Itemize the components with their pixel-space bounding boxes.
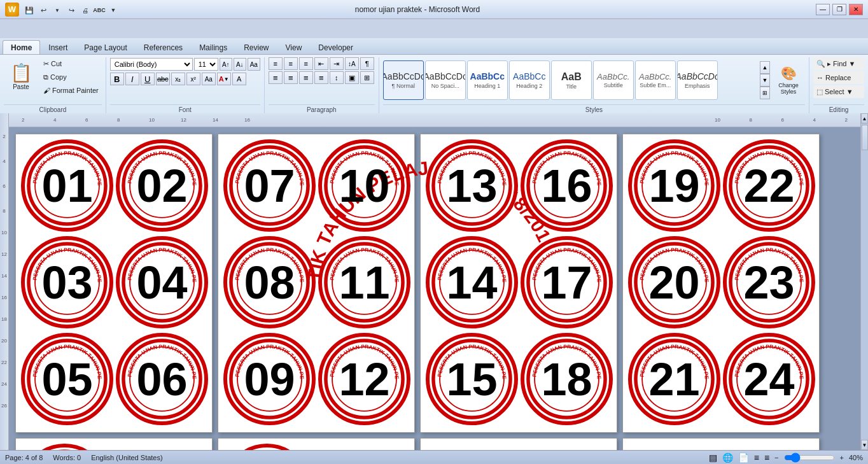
- undo-button[interactable]: ↩: [37, 4, 50, 16]
- bold-button[interactable]: B: [110, 73, 124, 85]
- increase-font-button[interactable]: A↑: [220, 58, 232, 71]
- format-painter-button[interactable]: 🖌Format Painter: [40, 84, 102, 97]
- style-title-preview: AaB: [561, 71, 582, 83]
- tab-developer[interactable]: Developer: [310, 40, 361, 54]
- office-logo[interactable]: W: [5, 3, 19, 17]
- minimize-button[interactable]: —: [816, 4, 830, 15]
- increase-indent-button[interactable]: ⇥: [330, 57, 344, 70]
- stamp-13: PESERTA UJIAN PRAKTIK TAHUN PELAJARAN 20…: [426, 139, 518, 232]
- align-center-button[interactable]: ≡: [284, 71, 298, 84]
- style-subtle-em[interactable]: AaBbCc. Subtle Em...: [635, 60, 676, 100]
- align-right-button[interactable]: ≡: [299, 71, 313, 84]
- title-bar: W 💾 ↩ ▼ ↪ 🖨 ABC ▼ nomor ujian praktek - …: [0, 0, 868, 19]
- styles-scroll-up[interactable]: ▲: [760, 61, 770, 74]
- scroll-down-button[interactable]: ▼: [861, 440, 868, 450]
- align-left-button[interactable]: ≡: [269, 71, 283, 84]
- undo-dropdown[interactable]: ▼: [51, 4, 64, 16]
- scroll-track[interactable]: [861, 123, 868, 440]
- zoom-slider[interactable]: [784, 454, 835, 461]
- stamp-15-number: 15: [446, 356, 497, 402]
- language-indicator: English (United States): [91, 454, 163, 461]
- tab-home[interactable]: Home: [3, 40, 40, 54]
- underline-button[interactable]: U: [141, 73, 155, 85]
- bullets-button[interactable]: ≡: [269, 57, 283, 70]
- stamp-23: PESERTA UJIAN PRAKTIK TAHUN PELAJARAN 20…: [723, 236, 815, 328]
- styles-scroll: ▲ ▼ ⊞: [760, 61, 770, 99]
- paste-button[interactable]: 📋 Paste: [4, 57, 38, 97]
- find-button[interactable]: 🔍 ▸ Find ▼: [813, 57, 864, 70]
- show-para-button[interactable]: ¶: [360, 57, 374, 70]
- font-family-select[interactable]: Calibri (Body): [110, 58, 193, 71]
- styles-gallery: AaBbCcDc ¶ Normal AaBbCcDc No Spaci... A…: [383, 60, 758, 100]
- layout-draft-button[interactable]: ≡: [764, 453, 769, 463]
- tab-review[interactable]: Review: [235, 40, 277, 54]
- title-bar-left: W: [5, 3, 19, 17]
- save-button[interactable]: 💾: [23, 4, 36, 16]
- font-family-row: Calibri (Body) 11 A↑ A↓ Aa: [110, 57, 260, 71]
- replace-button[interactable]: ↔ Replace: [813, 71, 864, 84]
- tab-page-layout[interactable]: Page Layout: [76, 40, 135, 54]
- style-emphasis[interactable]: AaBbCcDc Emphasis: [677, 60, 718, 100]
- close-button[interactable]: ✕: [849, 4, 863, 15]
- font-group: Calibri (Body) 11 A↑ A↓ Aa B I U abc x₂ …: [106, 57, 265, 113]
- ribbon-tabs: Home Insert Page Layout References Maili…: [0, 38, 868, 55]
- tab-view[interactable]: View: [277, 40, 311, 54]
- layout-web-button[interactable]: 🌐: [722, 453, 733, 463]
- style-normal[interactable]: AaBbCcDc ¶ Normal: [383, 60, 424, 100]
- tab-references[interactable]: References: [136, 40, 191, 54]
- strikethrough-button[interactable]: abc: [156, 73, 170, 85]
- style-no-spacing[interactable]: AaBbCcDc No Spaci...: [425, 60, 466, 100]
- style-heading2[interactable]: AaBbCc Heading 2: [509, 60, 550, 100]
- spellcheck-button[interactable]: ABC: [93, 4, 106, 16]
- select-button[interactable]: ⬚ Select ▼: [813, 85, 864, 98]
- style-subtitle[interactable]: AaBbCc. Subtitle: [593, 60, 634, 100]
- clear-format-button[interactable]: Aa: [248, 58, 260, 71]
- font-color-button[interactable]: A▼: [217, 73, 231, 85]
- sort-button[interactable]: ↕A: [345, 57, 359, 70]
- layout-normal-button[interactable]: ▤: [709, 453, 717, 463]
- style-heading1[interactable]: AaBbCc Heading 1: [467, 60, 508, 100]
- decrease-indent-button[interactable]: ⇤: [314, 57, 328, 70]
- style-heading1-preview: AaBbCc: [470, 71, 505, 82]
- change-styles-button[interactable]: 🎨 Change Styles: [772, 60, 805, 100]
- layout-outline-button[interactable]: ≡: [754, 453, 759, 463]
- copy-button[interactable]: ⧉Copy: [40, 71, 102, 83]
- clipboard-label: Clipboard: [4, 104, 102, 113]
- editing-content: 🔍 ▸ Find ▼ ↔ Replace ⬚ Select ▼: [813, 57, 864, 103]
- superscript-button[interactable]: x²: [186, 73, 200, 85]
- cut-button[interactable]: ✂Cut: [40, 57, 102, 70]
- line-spacing-button[interactable]: ↕: [330, 71, 344, 84]
- subscript-button[interactable]: x₂: [171, 73, 185, 85]
- highlight-button[interactable]: A: [232, 73, 246, 85]
- font-size-select[interactable]: 11: [194, 58, 218, 71]
- redo-button[interactable]: ↪: [65, 4, 78, 16]
- clipboard-group: 📋 Paste ✂Cut ⧉Copy 🖌Format Painter Clipb…: [0, 57, 106, 113]
- layout-print-button[interactable]: 📄: [738, 453, 749, 463]
- numbering-button[interactable]: ≡: [284, 57, 298, 70]
- restore-button[interactable]: ❐: [832, 4, 846, 15]
- find-icon: 🔍: [816, 60, 825, 68]
- scroll-thumb[interactable]: [862, 125, 868, 150]
- styles-expand[interactable]: ⊞: [760, 87, 770, 99]
- tab-mailings[interactable]: Mailings: [191, 40, 235, 54]
- justify-button[interactable]: ≡: [314, 71, 328, 84]
- styles-scroll-down[interactable]: ▼: [760, 74, 770, 87]
- tab-insert[interactable]: Insert: [40, 40, 76, 54]
- style-title[interactable]: AaB Title: [551, 60, 592, 100]
- zoom-in-button[interactable]: +: [840, 454, 844, 461]
- borders-button[interactable]: ⊞: [360, 71, 374, 84]
- styles-content: AaBbCcDc ¶ Normal AaBbCcDc No Spaci... A…: [383, 57, 805, 103]
- change-case-button[interactable]: Aa: [202, 73, 216, 85]
- stamp-01-number: 01: [41, 163, 92, 209]
- stamp-10-number: 10: [339, 163, 389, 209]
- decrease-font-button[interactable]: A↓: [234, 58, 246, 71]
- print-preview-button[interactable]: 🖨: [79, 4, 92, 16]
- italic-button[interactable]: I: [125, 73, 139, 85]
- multilevel-button[interactable]: ≡: [299, 57, 313, 70]
- customize-button[interactable]: ▼: [107, 4, 120, 16]
- scroll-up-button[interactable]: ▲: [861, 113, 868, 123]
- stamp-09-number: 09: [244, 356, 295, 402]
- stamp-06-number: 06: [136, 356, 187, 402]
- zoom-out-button[interactable]: −: [774, 454, 778, 461]
- shading-button[interactable]: ▣: [345, 71, 359, 84]
